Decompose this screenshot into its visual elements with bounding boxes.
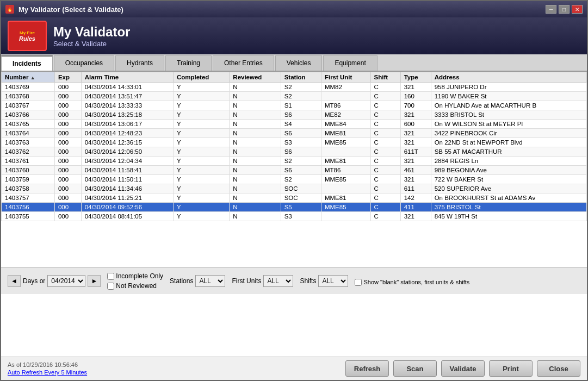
validate-button[interactable]: Validate [441, 360, 485, 377]
checkboxes-group: Incomplete Only Not Reviewed [107, 272, 163, 290]
col-completed[interactable]: Completed [173, 72, 229, 83]
first-units-dropdown[interactable]: ALL [263, 275, 293, 287]
nav-forward-button[interactable]: ► [88, 275, 101, 287]
content-area: Number ▲ Exp Alarm Time Completed Review… [1, 72, 587, 357]
table-cell: Y [173, 157, 229, 166]
tab-equipment[interactable]: Equipment [323, 55, 377, 71]
table-cell: C [370, 101, 400, 110]
not-reviewed-label[interactable]: Not Reviewed [107, 282, 163, 290]
table-cell: 1403764 [2, 129, 55, 138]
table-row[interactable]: 140375500004/30/2014 08:41:05YNS3C321845… [2, 212, 587, 221]
table-row[interactable]: 140375800004/30/2014 11:34:46YNSOCC61152… [2, 184, 587, 193]
nav-back-button[interactable]: ◄ [8, 275, 21, 287]
table-cell: Y [173, 175, 229, 184]
tab-occupancies[interactable]: Occupancies [54, 55, 114, 71]
table-cell: N [230, 212, 281, 221]
maximize-button[interactable]: □ [559, 5, 570, 14]
table-cell: C [370, 157, 400, 166]
date-dropdown[interactable]: 04/2014 [47, 275, 85, 287]
incomplete-only-checkbox[interactable] [107, 273, 114, 280]
col-type[interactable]: Type [400, 72, 431, 83]
table-cell: MME84 [321, 120, 370, 129]
table-cell: C [370, 166, 400, 175]
close-window-button[interactable]: ✕ [572, 5, 583, 14]
tab-incidents[interactable]: Incidents [1, 55, 53, 71]
table-cell: MME85 [321, 203, 370, 212]
col-first-unit[interactable]: First Unit [321, 72, 370, 83]
table-cell: ME82 [321, 110, 370, 120]
table-cell: Y [173, 138, 229, 147]
blank-stations-checkbox[interactable] [355, 279, 362, 286]
col-address[interactable]: Address [431, 72, 586, 83]
table-cell [321, 92, 370, 101]
table-cell: 04/30/2014 12:04:34 [81, 157, 173, 166]
table-cell: Y [173, 166, 229, 175]
col-alarm-time[interactable]: Alarm Time [81, 72, 173, 83]
table-cell: Y [173, 184, 229, 193]
table-cell: N [230, 184, 281, 193]
col-station[interactable]: Station [281, 72, 321, 83]
table-cell: N [230, 193, 281, 203]
tab-training[interactable]: Training [165, 55, 212, 71]
shifts-label: Shifts [300, 277, 316, 285]
stations-group: Stations ALL [170, 275, 225, 287]
app-header: My Fire Rules My Validator Select & Vali… [1, 17, 587, 54]
table-cell: 000 [54, 101, 81, 110]
table-cell: C [370, 110, 400, 120]
table-row[interactable]: 140376200004/30/2014 12:06:50YNS6C611TSB… [2, 147, 587, 157]
col-shift[interactable]: Shift [370, 72, 400, 83]
table-cell: 321 [400, 110, 431, 120]
auto-refresh-link[interactable]: Auto Refresh Every 5 Minutes [8, 369, 87, 376]
close-button[interactable]: Close [537, 360, 580, 377]
table-row[interactable]: 140376400004/30/2014 12:48:23YNS6MME81C3… [2, 129, 587, 138]
sort-arrow-number: ▲ [30, 75, 35, 80]
col-exp[interactable]: Exp [54, 72, 81, 83]
incomplete-only-text: Incomplete Only [116, 272, 163, 280]
blank-stations-label[interactable]: Show "blank" stations, first units & shi… [355, 279, 469, 286]
not-reviewed-checkbox[interactable] [107, 283, 114, 290]
table-cell: 520 SUPERIOR Ave [431, 184, 586, 193]
table-row[interactable]: 140376000004/30/2014 11:58:41YNS6MT86C46… [2, 166, 587, 175]
table-cell: 1403767 [2, 101, 55, 110]
table-row[interactable]: 140375900004/30/2014 11:50:11YNS2MME85C3… [2, 175, 587, 184]
tab-hydrants[interactable]: Hydrants [115, 55, 164, 71]
refresh-button[interactable]: Refresh [345, 360, 389, 377]
table-cell: SB 55 AT MACARTHUR [431, 147, 586, 157]
table-cell: C [370, 83, 400, 92]
table-row[interactable]: 140375700004/30/2014 11:25:21YNSOCMME81C… [2, 193, 587, 203]
table-cell: N [230, 101, 281, 110]
incomplete-only-label[interactable]: Incomplete Only [107, 272, 163, 280]
table-cell: Y [173, 92, 229, 101]
table-row[interactable]: 140376900004/30/2014 14:33:01YNS2MM82C32… [2, 83, 587, 92]
table-cell: 04/30/2014 13:25:18 [81, 110, 173, 120]
shifts-dropdown[interactable]: ALL [318, 275, 348, 287]
table-cell [321, 147, 370, 157]
table-cell: C [370, 203, 400, 212]
table-cell: 321 [400, 138, 431, 147]
table-scroll-wrapper[interactable]: Number ▲ Exp Alarm Time Completed Review… [1, 72, 587, 267]
print-button[interactable]: Print [489, 360, 533, 377]
table-row[interactable]: 140376500004/30/2014 13:06:17YNS4MME84C6… [2, 120, 587, 129]
table-row[interactable]: 140376800004/30/2014 13:51:47YNS2C160119… [2, 92, 587, 101]
table-cell: 1403766 [2, 110, 55, 120]
scan-button[interactable]: Scan [393, 360, 437, 377]
tab-other-entries[interactable]: Other Entries [213, 55, 274, 71]
table-cell: On W WILSON St at MEYER Pl [431, 120, 586, 129]
table-cell: 600 [400, 120, 431, 129]
table-row[interactable]: 140376600004/30/2014 13:25:18YNS6ME82C32… [2, 110, 587, 120]
action-buttons-group: Refresh Scan Validate Print Close [345, 360, 580, 377]
minimize-button[interactable]: ─ [546, 5, 556, 14]
table-cell: MME81 [321, 193, 370, 203]
table-cell: 000 [54, 83, 81, 92]
tab-vehicles[interactable]: Vehicles [275, 55, 323, 71]
table-row[interactable]: 140376700004/30/2014 13:33:33YNS1MT86C70… [2, 101, 587, 110]
table-row[interactable]: 140376100004/30/2014 12:04:34YNS2MME81C3… [2, 157, 587, 166]
table-row[interactable]: 140376300004/30/2014 12:36:15YNS3MME85C3… [2, 138, 587, 147]
col-number[interactable]: Number ▲ [2, 72, 55, 83]
table-row[interactable]: 140375600004/30/2014 09:52:56YNS5MME85C4… [2, 203, 587, 212]
col-reviewed[interactable]: Reviewed [230, 72, 281, 83]
table-cell: N [230, 166, 281, 175]
stations-dropdown[interactable]: ALL [195, 275, 225, 287]
table-cell: 1403768 [2, 92, 55, 101]
table-cell: S4 [281, 120, 321, 129]
